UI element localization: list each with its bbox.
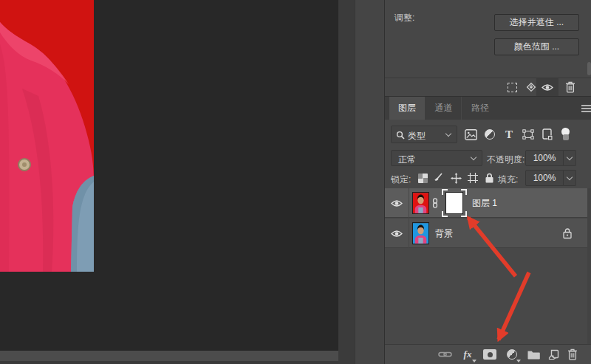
opacity-value[interactable]: 100% (525, 150, 564, 166)
lock-transparency-icon[interactable] (417, 172, 428, 184)
selection-bounds-icon[interactable] (502, 78, 522, 96)
chevron-down-icon (567, 154, 573, 160)
document-status-bar (0, 351, 338, 361)
fill-value[interactable]: 100% (525, 170, 564, 186)
mask-selected-bracket (461, 211, 467, 217)
delete-layer-icon[interactable] (564, 346, 581, 363)
background-name: 背景 (435, 219, 453, 248)
fill-label: 填充: (498, 174, 518, 186)
panel-gutter-strip (338, 0, 355, 364)
opacity-label: 不透明度: (487, 154, 525, 166)
adjustment-layer-filter-icon[interactable] (482, 127, 497, 142)
tab-paths[interactable]: 路径 (463, 97, 497, 120)
chevron-down-icon (471, 154, 476, 160)
tab-layers[interactable]: 图层 (389, 97, 425, 120)
background-visibility-eye-icon[interactable] (385, 219, 409, 248)
properties-panel: 调整: 选择并遮住 ... 颜色范围 ... (385, 0, 591, 97)
layer-row-background[interactable]: 背景 (385, 219, 591, 248)
panel-gutter (338, 0, 384, 364)
photo-jacket-closeup (0, 0, 94, 272)
pixel-layer-filter-icon[interactable] (463, 127, 478, 142)
lock-pixels-icon[interactable] (431, 172, 443, 184)
opacity-dropdown[interactable] (564, 150, 576, 166)
filter-toggle-icon[interactable] (558, 127, 573, 142)
layers-panel-tabbar: 图层 通道 路径 (385, 97, 591, 120)
blend-mode-combo[interactable]: 正常 (391, 150, 482, 166)
lock-position-icon[interactable] (450, 172, 462, 184)
caret-down-icon (516, 360, 521, 363)
type-layer-filter-icon[interactable]: T (502, 127, 516, 142)
tab-channels[interactable]: 通道 (426, 97, 462, 120)
link-layers-icon[interactable] (437, 346, 453, 363)
layers-scrollbar-track[interactable] (587, 188, 591, 364)
layers-toolbar: fx (385, 344, 591, 364)
panel-scrollbar-nub[interactable] (587, 62, 591, 75)
layer1-name: 图层 1 (472, 188, 497, 218)
mask-link-icon[interactable] (431, 198, 439, 211)
document-status-bar-edge (0, 361, 338, 364)
search-icon (396, 131, 405, 140)
layer-style-icon[interactable]: fx (460, 346, 476, 363)
layers-panel-body: 类型 T (385, 120, 591, 364)
add-layer-mask-icon[interactable] (482, 346, 498, 363)
filter-kind-combo[interactable]: 类型 (391, 126, 457, 143)
new-adjustment-layer-icon[interactable] (504, 346, 520, 363)
panel-dock: 调整: 选择并遮住 ... 颜色范围 ... (384, 0, 591, 364)
chevron-down-icon (567, 174, 573, 180)
layer1-mask-thumbnail-frame (442, 189, 467, 217)
fill-dropdown[interactable] (564, 170, 576, 186)
panel-menu-icon[interactable] (581, 105, 591, 112)
lock-artboard-icon[interactable] (467, 172, 479, 184)
mask-selected-bracket (442, 211, 448, 217)
select-and-mask-button[interactable]: 选择并遮住 ... (494, 14, 579, 31)
lock-label: 锁定: (391, 174, 411, 186)
mask-selected-bracket (461, 189, 467, 195)
delete-mask-icon[interactable] (561, 78, 580, 96)
mask-selected-bracket (442, 189, 448, 195)
color-range-button[interactable]: 颜色范围 ... (494, 38, 579, 55)
chevron-down-icon (445, 131, 451, 137)
photoshop-window: 调整: 选择并遮住 ... 颜色范围 ... (0, 0, 591, 364)
layer1-thumbnail[interactable] (412, 192, 429, 214)
new-layer-icon[interactable] (545, 346, 561, 363)
layer-row-layer1[interactable]: 图层 1 (385, 188, 591, 218)
blend-mode-value: 正常 (398, 154, 416, 166)
shape-layer-filter-icon[interactable] (521, 127, 536, 142)
document-canvas[interactable] (0, 0, 338, 351)
filter-kind-value: 类型 (408, 130, 426, 142)
layer1-visibility-eye-icon[interactable] (385, 188, 409, 218)
smart-object-filter-icon[interactable] (540, 127, 555, 142)
background-thumbnail[interactable] (412, 222, 429, 244)
mask-visibility-eye-icon[interactable] (536, 78, 558, 96)
new-group-icon[interactable] (525, 346, 542, 363)
caret-down-icon (472, 360, 476, 363)
adjust-label: 调整: (394, 12, 414, 24)
background-lock-icon[interactable] (562, 227, 573, 242)
properties-footer (385, 78, 591, 97)
photo-image (0, 0, 94, 272)
lock-all-icon[interactable] (483, 172, 495, 184)
